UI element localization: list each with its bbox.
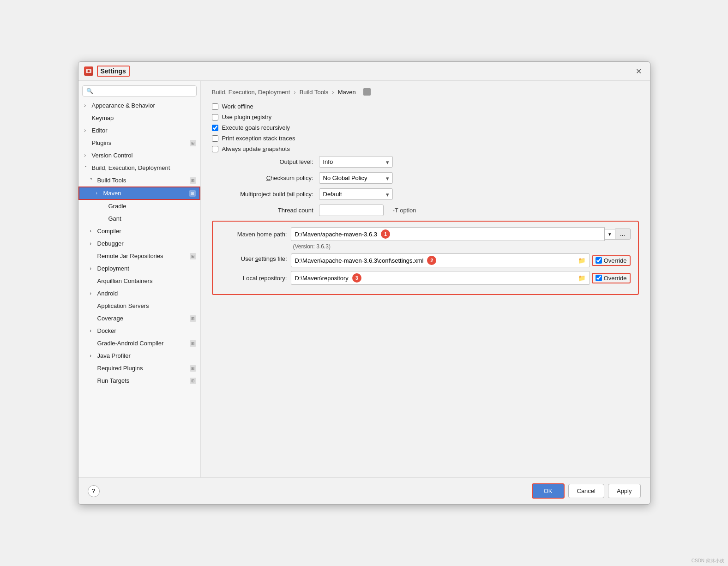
checksum-policy-select[interactable]: No Global Policy Strict Lenient Ignore <box>319 172 393 184</box>
cancel-button[interactable]: Cancel <box>568 484 604 498</box>
sidebar-item-application-servers[interactable]: Application Servers <box>78 300 200 312</box>
work-offline-label[interactable]: Work offline <box>222 103 253 110</box>
override1-box: Override <box>592 255 631 266</box>
sidebar-item-build-exec-deploy[interactable]: ˅ Build, Execution, Deployment <box>78 162 200 174</box>
sidebar-item-debugger[interactable]: › Debugger <box>78 237 200 250</box>
use-plugin-registry-checkbox[interactable] <box>212 114 218 120</box>
sidebar-item-compiler[interactable]: › Compiler <box>78 225 200 237</box>
sidebar-item-remote-jar[interactable]: Remote Jar Repositories ⊞ <box>78 250 200 262</box>
thread-count-label: Thread count <box>212 207 313 214</box>
badge: ⊞ <box>190 365 196 372</box>
close-button[interactable]: ✕ <box>633 66 644 77</box>
arrow-icon: ˅ <box>90 178 96 183</box>
badge: ⊞ <box>190 340 196 347</box>
user-settings-input[interactable]: D:\Maven\apache-maven-3.6.3\conf\setting… <box>291 253 590 267</box>
watermark: CSDN @沐小侠 <box>692 558 724 564</box>
dialog-title: Settings <box>97 66 130 77</box>
sidebar-item-label: Editor <box>92 127 108 134</box>
sidebar-item-label: Arquillian Containers <box>97 277 153 284</box>
override2-box: Override <box>592 273 631 283</box>
content-area: 🔍 › Appearance & Behavior Keymap › Edito… <box>78 81 650 477</box>
multiproject-policy-label: Multiproject build fail policy: <box>212 191 313 198</box>
user-settings-browse-btn[interactable]: 📁 <box>578 257 586 264</box>
sidebar-item-java-profiler[interactable]: › Java Profiler <box>78 349 200 362</box>
local-repo-label: Local repository: <box>220 275 287 282</box>
search-input[interactable] <box>96 88 193 94</box>
execute-goals-row: Execute goals recursively <box>212 124 639 131</box>
sidebar-item-label: Build, Execution, Deployment <box>92 164 170 171</box>
arrow-icon: › <box>84 103 90 108</box>
local-repo-value: D:\Maven\repository <box>295 275 349 282</box>
title-bar-left: Settings <box>84 66 130 77</box>
thread-count-input[interactable] <box>319 205 384 216</box>
local-repo-browse-btn[interactable]: 📁 <box>578 275 586 282</box>
override2-checkbox[interactable] <box>596 275 602 281</box>
sidebar-item-label: Gant <box>108 215 121 222</box>
sidebar-item-gradle-android[interactable]: Gradle-Android Compiler ⊞ <box>78 337 200 349</box>
sidebar-item-arquillian[interactable]: Arquillian Containers <box>78 275 200 287</box>
sidebar-item-keymap[interactable]: Keymap <box>78 112 200 124</box>
work-offline-row: Work offline <box>212 103 639 110</box>
breadcrumb: Build, Execution, Deployment › Build Too… <box>212 88 639 96</box>
arrow-icon: › <box>90 266 96 271</box>
sidebar-item-label: Appearance & Behavior <box>92 102 155 109</box>
title-bar: Settings ✕ <box>78 62 650 81</box>
sidebar-item-required-plugins[interactable]: Required Plugins ⊞ <box>78 362 200 374</box>
badge: ⊞ <box>189 190 196 197</box>
sidebar-item-run-targets[interactable]: Run Targets ⊞ <box>78 374 200 387</box>
home-path-browse-btn[interactable]: … <box>615 229 631 240</box>
work-offline-checkbox[interactable] <box>212 103 218 110</box>
local-repo-row: Local repository: D:\Maven\repository 3 … <box>220 271 631 285</box>
sidebar-item-label: Run Targets <box>97 377 130 384</box>
sidebar-item-appearance-behavior[interactable]: › Appearance & Behavior <box>78 99 200 112</box>
app-icon <box>84 66 93 76</box>
breadcrumb-sep2: › <box>332 89 334 96</box>
sidebar-item-label: Java Profiler <box>97 352 131 359</box>
ok-button[interactable]: OK <box>532 483 565 499</box>
breadcrumb-current: Maven <box>338 89 356 96</box>
arrow-icon: › <box>84 128 90 133</box>
multiproject-policy-select[interactable]: Default Never At End Immediately <box>319 188 393 200</box>
maven-home-path-input[interactable]: D:/Maven/apache-maven-3.6.3 1 <box>291 227 605 241</box>
sidebar-item-editor[interactable]: › Editor <box>78 124 200 137</box>
override1-checkbox[interactable] <box>596 257 602 264</box>
print-exception-checkbox[interactable] <box>212 135 218 142</box>
sidebar-item-docker[interactable]: › Docker <box>78 325 200 337</box>
sidebar-item-coverage[interactable]: Coverage ⊞ <box>78 312 200 325</box>
always-update-row: Always update snapshots <box>212 145 639 152</box>
sidebar-item-maven[interactable]: › Maven ⊞ <box>78 187 200 200</box>
sidebar-item-plugins[interactable]: Plugins ⊞ <box>78 137 200 149</box>
output-level-select-wrapper: Info Debug Warning Error <box>319 156 393 168</box>
sidebar-item-build-tools[interactable]: ˅ Build Tools ⊞ <box>78 174 200 187</box>
multiproject-policy-row: Multiproject build fail policy: Default … <box>212 188 639 200</box>
arrow-icon: ˅ <box>84 165 90 170</box>
sidebar-item-label: Gradle-Android Compiler <box>97 340 164 347</box>
always-update-checkbox[interactable] <box>212 146 218 152</box>
output-level-select[interactable]: Info Debug Warning Error <box>319 156 393 168</box>
sidebar-item-label: Build Tools <box>97 177 126 184</box>
execute-goals-checkbox[interactable] <box>212 125 218 131</box>
sidebar-item-version-control[interactable]: › Version Control <box>78 149 200 162</box>
search-box[interactable]: 🔍 <box>82 85 197 96</box>
help-button[interactable]: ? <box>88 485 100 497</box>
sidebar-item-deployment[interactable]: › Deployment <box>78 262 200 275</box>
badge: ⊞ <box>190 315 196 322</box>
execute-goals-label[interactable]: Execute goals recursively <box>222 124 290 131</box>
badge: ⊞ <box>190 140 196 146</box>
sidebar-item-gradle[interactable]: Gradle <box>78 200 200 212</box>
sidebar-item-label: Required Plugins <box>97 365 143 372</box>
local-repo-input[interactable]: D:\Maven\repository 3 📁 <box>291 271 590 285</box>
print-exception-row: Print exception stack traces <box>212 135 639 142</box>
sidebar-item-android[interactable]: › Android <box>78 287 200 300</box>
maven-settings-section: Maven home path: D:/Maven/apache-maven-3… <box>212 221 639 295</box>
t-option-label: -T option <box>393 207 416 214</box>
home-path-dropdown-btn[interactable]: ▾ <box>605 229 615 240</box>
output-level-row: Output level: Info Debug Warning Error <box>212 156 639 168</box>
sidebar-item-label: Plugins <box>92 139 112 146</box>
sidebar-item-label: Gradle <box>108 203 126 210</box>
sidebar-item-label: Maven <box>103 190 121 197</box>
breadcrumb-part2: Build Tools <box>300 89 329 96</box>
sidebar-item-label: Keymap <box>92 114 114 121</box>
sidebar-item-gant[interactable]: Gant <box>78 212 200 225</box>
apply-button[interactable]: Apply <box>608 484 641 498</box>
